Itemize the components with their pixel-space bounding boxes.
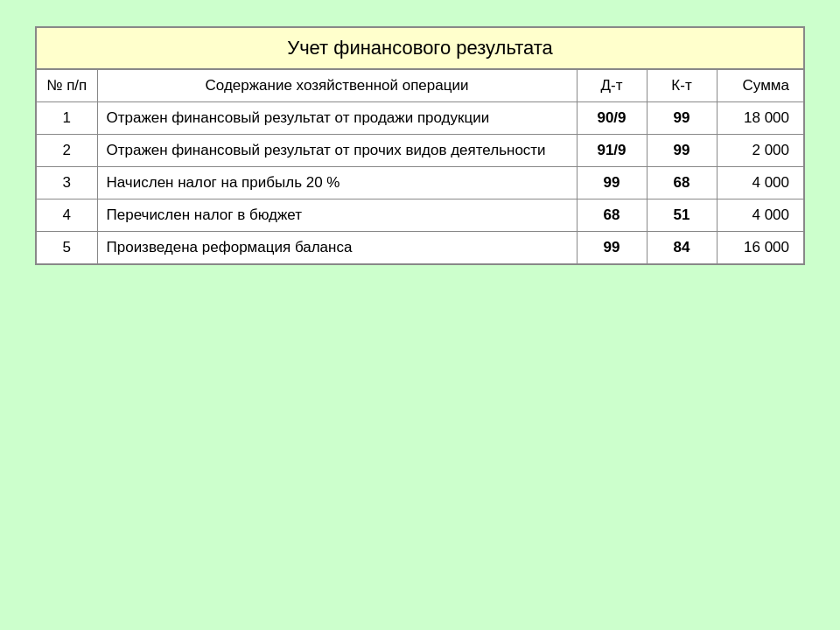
table-header-row: № п/п Содержание хозяйственной операции … [36, 69, 804, 102]
table-title: Учет финансового результата [35, 26, 805, 68]
row-kt: 68 [647, 167, 717, 200]
financial-table: № п/п Содержание хозяйственной операции … [35, 68, 805, 265]
row-desc: Произведена реформация баланса [97, 232, 577, 265]
row-desc: Отражен финансовый результат от продажи … [97, 102, 577, 135]
row-sum: 4 000 [717, 200, 804, 232]
row-num: 5 [36, 232, 97, 265]
row-dt: 99 [577, 232, 647, 265]
row-dt: 99 [577, 167, 647, 200]
row-sum: 2 000 [717, 135, 804, 167]
header-sum: Сумма [717, 69, 804, 102]
header-kt: К-т [647, 69, 717, 102]
table-row: 4Перечислен налог в бюджет68514 000 [36, 200, 804, 232]
header-desc: Содержание хозяйственной операции [97, 69, 577, 102]
row-num: 1 [36, 102, 97, 135]
row-dt: 68 [577, 200, 647, 232]
main-container: Учет финансового результата № п/п Содерж… [35, 26, 805, 265]
row-kt: 51 [647, 200, 717, 232]
header-num: № п/п [36, 69, 97, 102]
table-row: 5Произведена реформация баланса998416 00… [36, 232, 804, 265]
row-num: 2 [36, 135, 97, 167]
row-sum: 18 000 [717, 102, 804, 135]
table-row: 1Отражен финансовый результат от продажи… [36, 102, 804, 135]
row-sum: 4 000 [717, 167, 804, 200]
header-dt: Д-т [577, 69, 647, 102]
row-kt: 99 [647, 135, 717, 167]
row-desc: Начислен налог на прибыль 20 % [97, 167, 577, 200]
row-dt: 91/9 [577, 135, 647, 167]
row-dt: 90/9 [577, 102, 647, 135]
row-sum: 16 000 [717, 232, 804, 265]
row-kt: 99 [647, 102, 717, 135]
table-row: 3Начислен налог на прибыль 20 %99684 000 [36, 167, 804, 200]
row-desc: Отражен финансовый результат от прочих в… [97, 135, 577, 167]
row-num: 4 [36, 200, 97, 232]
row-num: 3 [36, 167, 97, 200]
row-kt: 84 [647, 232, 717, 265]
table-row: 2Отражен финансовый результат от прочих … [36, 135, 804, 167]
row-desc: Перечислен налог в бюджет [97, 200, 577, 232]
